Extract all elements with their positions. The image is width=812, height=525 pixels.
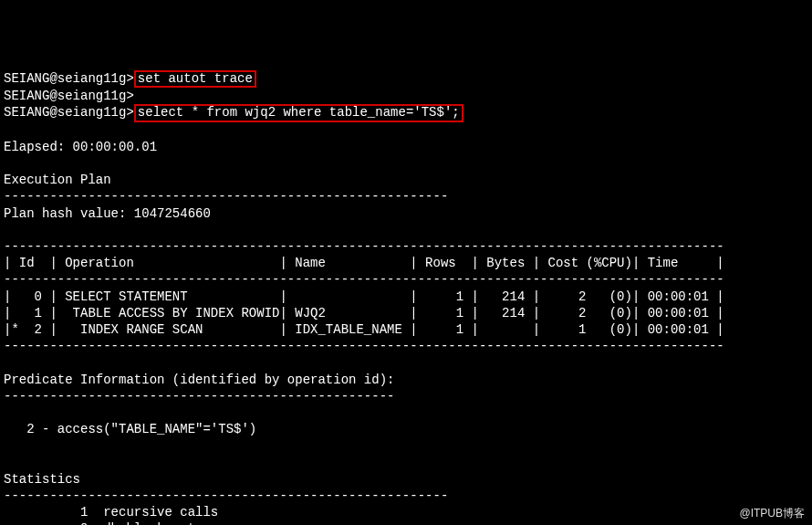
command-autotrace: set autot trace <box>134 70 256 88</box>
plan-table-row: | 1 | TABLE ACCESS BY INDEX ROWID| WJQ2 … <box>4 306 724 320</box>
elapsed-time: Elapsed: 00:00:00.01 <box>4 140 157 154</box>
sql-prompt: SEIANG@seiang11g> <box>4 105 134 120</box>
command-select: select * from wjq2 where table_name='TS$… <box>134 104 463 121</box>
plan-table-header: | Id | Operation | Name | Rows | Bytes |… <box>4 256 724 270</box>
sql-prompt: SEIANG@seiang11g> <box>4 89 134 103</box>
plan-table-border: ----------------------------------------… <box>4 339 724 353</box>
watermark: @ITPUB博客 <box>739 507 805 521</box>
sql-prompt: SEIANG@seiang11g> <box>4 71 134 86</box>
statistics-heading: Statistics <box>4 472 80 487</box>
plan-table-border: ----------------------------------------… <box>4 239 724 254</box>
divider: ----------------------------------------… <box>4 488 448 503</box>
predicate-line: 2 - access("TABLE_NAME"='TS$') <box>4 422 256 436</box>
stat-line: 1 recursive calls <box>4 505 218 520</box>
plan-table-border: ----------------------------------------… <box>4 272 724 287</box>
stat-line: 0 db block gets <box>4 521 203 525</box>
divider: ----------------------------------------… <box>4 389 394 404</box>
plan-table-row: | 0 | SELECT STATEMENT | | 1 | 214 | 2 (… <box>4 289 724 304</box>
predicate-info-heading: Predicate Information (identified by ope… <box>4 373 394 387</box>
divider: ----------------------------------------… <box>4 189 448 204</box>
terminal-output[interactable]: SEIANG@seiang11g>set autot trace SEIANG@… <box>4 70 808 525</box>
execution-plan-heading: Execution Plan <box>4 173 111 187</box>
plan-table-row: |* 2 | INDEX RANGE SCAN | IDX_TABLE_NAME… <box>4 322 724 337</box>
plan-hash-value: Plan hash value: 1047254660 <box>4 206 211 221</box>
